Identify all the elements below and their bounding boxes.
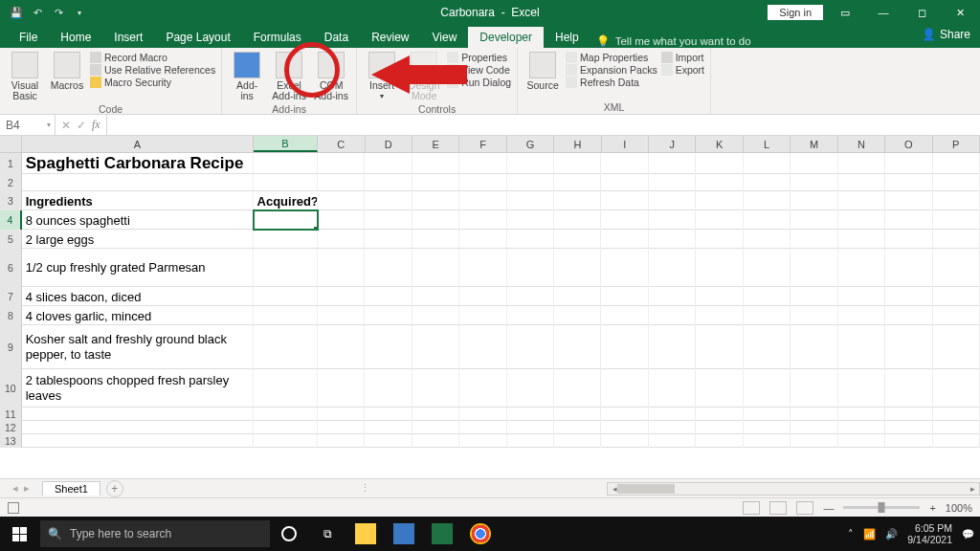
cell-C3[interactable] — [318, 191, 365, 210]
cell-E4[interactable] — [412, 210, 459, 230]
xml-source-button[interactable]: Source — [523, 50, 562, 91]
column-header-F[interactable]: F — [459, 136, 506, 152]
cell-E5[interactable] — [412, 230, 459, 249]
cell-F8[interactable] — [459, 306, 506, 325]
cell-B4[interactable] — [254, 210, 318, 230]
cell-I1[interactable] — [601, 153, 648, 174]
cell-N12[interactable] — [838, 421, 885, 434]
expansion-packs-button[interactable]: Expansion Packs — [566, 64, 657, 76]
excel-taskbar-icon[interactable] — [423, 517, 461, 551]
cell-E8[interactable] — [412, 306, 459, 325]
cell-M3[interactable] — [791, 191, 837, 210]
redo-icon[interactable]: ↷ — [52, 6, 65, 19]
cell-P2[interactable] — [933, 174, 980, 191]
column-header-D[interactable]: D — [366, 136, 412, 152]
cell-M10[interactable] — [791, 369, 837, 408]
insert-function-icon[interactable]: fx — [92, 118, 100, 132]
xml-export-button[interactable]: Export — [661, 64, 704, 76]
cell-J8[interactable] — [649, 306, 696, 325]
cell-B12[interactable] — [254, 421, 318, 434]
cell-N11[interactable] — [838, 408, 885, 421]
cell-F4[interactable] — [459, 210, 506, 230]
cell-H2[interactable] — [554, 174, 601, 191]
view-code-button[interactable]: View Code — [447, 64, 511, 76]
cortana-icon[interactable] — [270, 517, 308, 551]
cell-N9[interactable] — [838, 325, 885, 369]
cell-A10[interactable]: 2 tablespoons chopped fresh parsley leav… — [22, 369, 254, 408]
cell-I6[interactable] — [601, 249, 648, 287]
tab-page-layout[interactable]: Page Layout — [154, 27, 241, 48]
cell-D7[interactable] — [365, 287, 412, 306]
horizontal-scrollbar[interactable]: ◂ ▸ — [607, 482, 980, 496]
row-header-3[interactable]: 3 — [0, 191, 22, 210]
cell-G9[interactable] — [507, 325, 554, 369]
task-view-icon[interactable]: ⧉ — [308, 517, 346, 551]
row-header-13[interactable]: 13 — [0, 434, 22, 448]
cell-D10[interactable] — [365, 369, 412, 408]
cell-I11[interactable] — [601, 408, 648, 421]
cell-L12[interactable] — [744, 421, 791, 434]
share-button[interactable]: 👤 Share — [922, 28, 970, 41]
cell-G1[interactable] — [507, 153, 554, 174]
cell-L13[interactable] — [744, 434, 791, 448]
row-header-2[interactable]: 2 — [0, 174, 22, 191]
cell-O5[interactable] — [885, 230, 932, 249]
cell-L7[interactable] — [744, 287, 791, 306]
cell-B7[interactable] — [254, 287, 318, 306]
cell-J2[interactable] — [649, 174, 696, 191]
cell-J6[interactable] — [649, 249, 696, 287]
cell-A4[interactable]: 8 ounces spaghetti — [22, 210, 254, 230]
cell-F1[interactable] — [459, 153, 506, 174]
cell-E9[interactable] — [412, 325, 459, 369]
cell-D13[interactable] — [365, 434, 412, 448]
design-mode-button[interactable]: Design Mode — [405, 50, 443, 101]
cell-O2[interactable] — [885, 174, 932, 191]
page-layout-view-button[interactable] — [769, 501, 787, 515]
cell-L3[interactable] — [744, 191, 791, 210]
cell-E3[interactable] — [412, 191, 459, 210]
column-header-M[interactable]: M — [791, 136, 837, 152]
cell-C8[interactable] — [318, 306, 365, 325]
cell-P11[interactable] — [933, 408, 980, 421]
cell-I4[interactable] — [601, 210, 648, 230]
cell-H6[interactable] — [554, 249, 601, 287]
cell-E13[interactable] — [412, 434, 459, 448]
cell-N5[interactable] — [838, 230, 885, 249]
cell-F9[interactable] — [459, 325, 506, 369]
page-break-view-button[interactable] — [796, 501, 813, 515]
tab-file[interactable]: File — [8, 27, 49, 48]
cell-O4[interactable] — [885, 210, 932, 230]
cell-J7[interactable] — [649, 287, 696, 306]
cell-I13[interactable] — [601, 434, 648, 448]
cell-B6[interactable] — [254, 249, 318, 287]
name-box[interactable]: B4 — [0, 115, 56, 135]
cell-E7[interactable] — [412, 287, 459, 306]
cell-B13[interactable] — [254, 434, 318, 448]
row-header-8[interactable]: 8 — [0, 306, 22, 325]
cell-J3[interactable] — [649, 191, 696, 210]
cell-N4[interactable] — [838, 210, 885, 230]
cell-K5[interactable] — [696, 230, 743, 249]
cell-F6[interactable] — [459, 249, 506, 287]
column-header-E[interactable]: E — [412, 136, 459, 152]
row-header-10[interactable]: 10 — [0, 369, 22, 408]
cell-H1[interactable] — [554, 153, 601, 174]
cell-B11[interactable] — [254, 408, 318, 421]
cell-A11[interactable] — [22, 408, 254, 421]
cell-D2[interactable] — [365, 174, 412, 191]
chrome-icon[interactable] — [461, 517, 500, 551]
cell-A9[interactable]: Kosher salt and freshly ground black pep… — [22, 325, 254, 369]
cell-N8[interactable] — [838, 306, 885, 325]
cell-G3[interactable] — [507, 191, 554, 210]
cell-H11[interactable] — [554, 408, 601, 421]
cell-O7[interactable] — [885, 287, 932, 306]
column-header-J[interactable]: J — [649, 136, 696, 152]
zoom-level[interactable]: 100% — [946, 502, 972, 514]
cell-D11[interactable] — [365, 408, 412, 421]
cell-P4[interactable] — [933, 210, 980, 230]
cell-L1[interactable] — [744, 153, 791, 174]
cell-B9[interactable] — [254, 325, 318, 369]
cell-L10[interactable] — [744, 369, 791, 408]
cell-D5[interactable] — [365, 230, 412, 249]
cell-B10[interactable] — [254, 369, 318, 408]
